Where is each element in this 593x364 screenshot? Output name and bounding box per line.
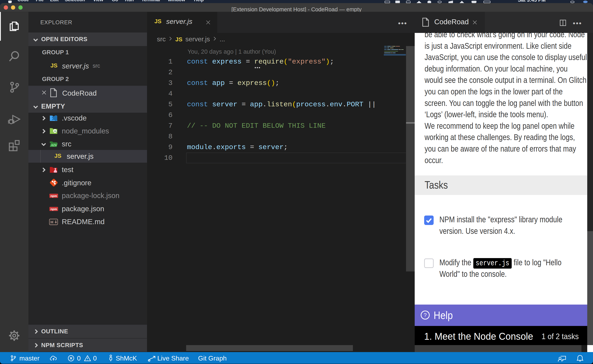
svg-text:npm: npm (50, 207, 57, 211)
svg-text:?: ? (424, 312, 427, 318)
svg-text:npm: npm (50, 194, 57, 198)
svg-text:</>: </> (51, 144, 56, 147)
svg-text:JS: JS (53, 130, 56, 132)
